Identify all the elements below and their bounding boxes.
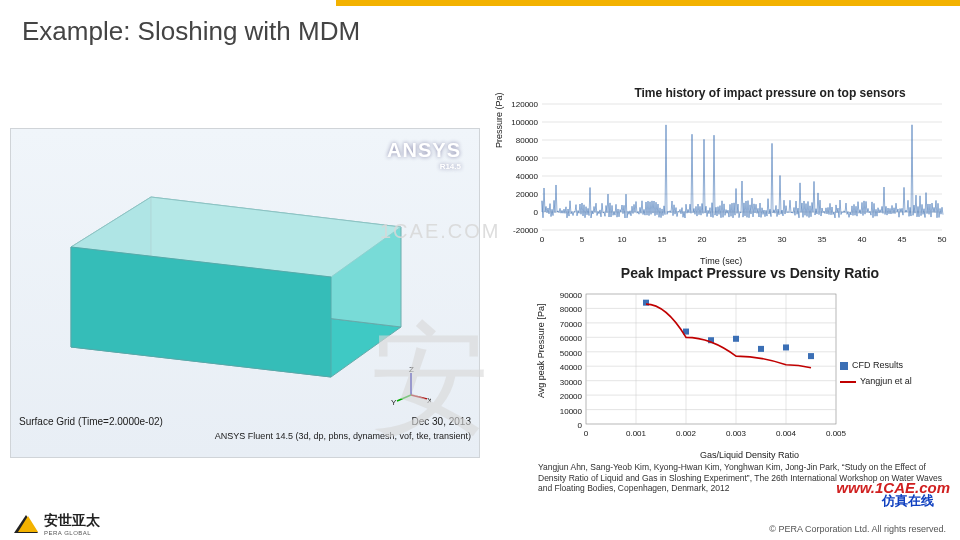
svg-text:Y: Y <box>391 398 397 405</box>
watermark-cn: 仿真在线 <box>882 492 934 510</box>
svg-text:0.003: 0.003 <box>726 429 747 438</box>
company-logo: 安世亚太 PERA GLOBAL <box>14 512 100 536</box>
svg-text:40: 40 <box>858 235 867 244</box>
chart1-series <box>542 125 943 218</box>
chart2-grid <box>586 294 836 424</box>
svg-text:15: 15 <box>658 235 667 244</box>
svg-text:0.005: 0.005 <box>826 429 847 438</box>
chart2-ylabel: Avg peak Pressure [Pa] <box>536 304 546 398</box>
svg-text:120000: 120000 <box>511 100 538 109</box>
solver-caption: ANSYS Fluent 14.5 (3d, dp, pbns, dynames… <box>215 431 471 441</box>
svg-text:60000: 60000 <box>560 334 583 343</box>
chart1-ylabel: Pressure (Pa) <box>494 92 504 148</box>
copyright: © PERA Corporation Ltd. All rights reser… <box>769 524 946 534</box>
svg-text:40000: 40000 <box>560 363 583 372</box>
svg-text:0.002: 0.002 <box>676 429 697 438</box>
svg-text:45: 45 <box>898 235 907 244</box>
chart1-yticks: 120000 100000 80000 60000 40000 20000 0 … <box>511 100 538 235</box>
line-marker-icon <box>840 381 856 383</box>
svg-text:-20000: -20000 <box>513 226 538 235</box>
svg-rect-38 <box>586 294 836 424</box>
svg-text:50: 50 <box>938 235 947 244</box>
svg-line-7 <box>397 395 411 401</box>
svg-rect-56 <box>783 344 789 350</box>
sloshing-tank-render <box>31 147 431 407</box>
svg-text:40000: 40000 <box>516 172 539 181</box>
render-viewport: ANSYS R14.5 Z X Y Surface Grid (Time=2.0… <box>10 128 480 458</box>
svg-text:90000: 90000 <box>560 291 583 300</box>
svg-text:0.004: 0.004 <box>776 429 797 438</box>
axis-triad: Z X Y <box>391 365 431 407</box>
chart2-title: Peak Impact Pressure vs Density Ratio <box>580 265 920 281</box>
square-marker-icon <box>840 362 848 370</box>
svg-text:5: 5 <box>580 235 585 244</box>
svg-text:0: 0 <box>578 421 583 430</box>
chart2-yticks: 9000080000 7000060000 5000040000 3000020… <box>560 291 583 430</box>
svg-text:20000: 20000 <box>560 392 583 401</box>
svg-text:0: 0 <box>584 429 589 438</box>
svg-text:0.001: 0.001 <box>626 429 647 438</box>
svg-text:100000: 100000 <box>511 118 538 127</box>
svg-text:60000: 60000 <box>516 154 539 163</box>
svg-text:80000: 80000 <box>516 136 539 145</box>
chart2-xticks: 00.001 0.0020.003 0.0040.005 <box>584 429 847 438</box>
chart2-xlabel: Gas/Liquid Density Ratio <box>700 450 799 460</box>
svg-text:35: 35 <box>818 235 827 244</box>
svg-text:Z: Z <box>409 365 414 374</box>
svg-text:20000: 20000 <box>516 190 539 199</box>
svg-text:80000: 80000 <box>560 305 583 314</box>
svg-line-6 <box>411 395 427 399</box>
svg-text:10: 10 <box>618 235 627 244</box>
render-date: Dec 30, 2013 <box>412 416 472 427</box>
svg-text:X: X <box>427 396 431 405</box>
svg-text:0: 0 <box>540 235 545 244</box>
svg-text:0: 0 <box>534 208 539 217</box>
accent-bar <box>336 0 960 6</box>
svg-text:20: 20 <box>698 235 707 244</box>
svg-rect-55 <box>758 346 764 352</box>
svg-rect-57 <box>808 353 814 359</box>
svg-text:25: 25 <box>738 235 747 244</box>
svg-text:30: 30 <box>778 235 787 244</box>
svg-rect-54 <box>733 336 739 342</box>
time-history-chart: Pressure (Pa) Time (sec) 120000 100000 <box>500 98 950 254</box>
svg-text:10000: 10000 <box>560 407 583 416</box>
watermark-cae: 1CAE.COM <box>380 220 500 243</box>
svg-text:70000: 70000 <box>560 320 583 329</box>
surface-grid-caption: Surface Grid (Time=2.0000e-02) <box>19 416 163 427</box>
slide-title: Example: Sloshing with MDM <box>22 16 360 47</box>
chart1-grid <box>542 104 942 230</box>
svg-text:50000: 50000 <box>560 349 583 358</box>
chart2-legend: CFD Results Yangjun et al <box>840 360 912 386</box>
chart1-xticks: 0510 152025 303540 4550 <box>540 235 947 244</box>
svg-text:30000: 30000 <box>560 378 583 387</box>
